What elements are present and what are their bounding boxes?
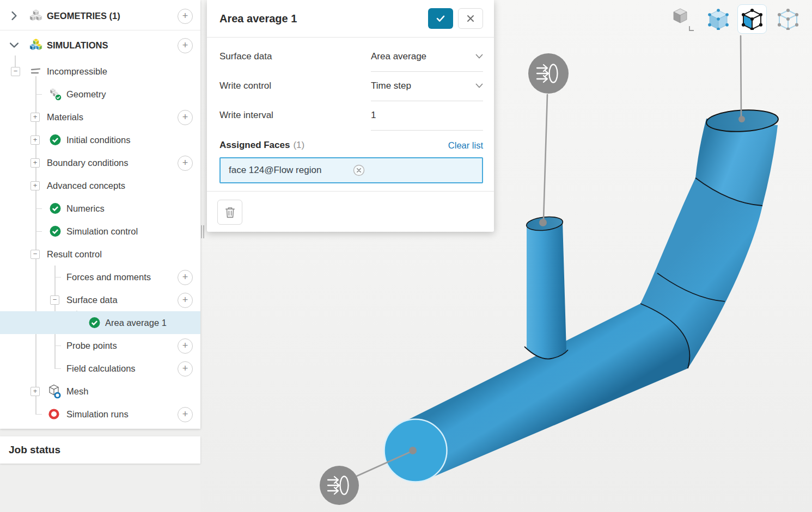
expand-icon[interactable]: +	[30, 181, 40, 190]
assigned-faces-title: Assigned Faces	[219, 140, 290, 151]
sidebar-item-label: SIMULATIONS	[47, 40, 108, 51]
cube-with-check-icon	[48, 87, 63, 102]
divider	[0, 30, 200, 30]
sidebar-item-mesh[interactable]: + Mesh	[0, 380, 200, 403]
job-status-panel[interactable]: Job status	[0, 436, 200, 464]
sidebar-item-label: Simulation runs	[66, 409, 129, 420]
add-simulation-button[interactable]: +	[178, 38, 193, 53]
sidebar-item-label: Result control	[47, 249, 102, 260]
assigned-faces-header: Assigned Faces (1) Clear list	[219, 135, 483, 155]
check-badge-icon	[50, 226, 61, 237]
circle-x-icon	[352, 164, 365, 177]
field-label: Write interval	[219, 110, 273, 121]
sidebar-item-geometry[interactable]: Geometry	[0, 83, 200, 106]
sidebar-item-incompressible[interactable]: − Incompressible	[0, 60, 200, 83]
chevron-down-icon[interactable]	[10, 42, 19, 48]
add-field-calculation-button[interactable]: +	[178, 361, 193, 377]
sidebar-item-forces-and-moments[interactable]: Forces and moments +	[0, 266, 200, 288]
check-badge-icon	[89, 317, 100, 329]
branch-cylinder[interactable]	[527, 220, 566, 359]
sidebar-item-simulations[interactable]: SIMULATIONS +	[0, 34, 200, 57]
sidebar-item-label: Simulation control	[66, 226, 138, 237]
solid-cube-icon	[673, 7, 694, 32]
select-value: Time step	[371, 81, 411, 91]
sidebar-item-boundary-conditions[interactable]: + Boundary conditions +	[0, 151, 200, 174]
sidebar-item-simulation-runs[interactable]: Simulation runs +	[0, 403, 200, 425]
sidebar-item-advanced-concepts[interactable]: + Advanced concepts	[0, 174, 200, 197]
write-interval-input[interactable]: 1	[371, 101, 483, 131]
sidebar-item-label: Probe points	[66, 341, 117, 351]
add-surface-data-button[interactable]: +	[178, 293, 193, 308]
simulation-tree-panel: GEOMETRIES (1) + SIMULATIONS + − Incompr…	[0, 0, 200, 429]
checkmark-icon	[435, 13, 446, 24]
select-face-button[interactable]	[737, 4, 767, 34]
sidebar-item-label: Numerics	[66, 203, 105, 214]
close-icon	[466, 14, 475, 23]
sidebar-item-simulation-control[interactable]: Simulation control	[0, 220, 200, 243]
add-probe-point-button[interactable]: +	[178, 338, 193, 354]
sidebar-item-numerics[interactable]: Numerics	[0, 197, 200, 220]
input-value: 1	[371, 110, 376, 121]
flow-marker-inlet[interactable]	[320, 466, 359, 505]
remove-face-button[interactable]	[352, 164, 476, 177]
add-material-button[interactable]: +	[178, 110, 193, 125]
sidebar-item-label: Area average 1	[105, 318, 167, 328]
expand-icon[interactable]: +	[30, 135, 40, 145]
sidebar-item-result-control[interactable]: − Result control	[0, 243, 200, 266]
expand-icon[interactable]: +	[30, 113, 40, 122]
dialog-title: Area average 1	[219, 13, 428, 25]
expand-icon[interactable]: +	[30, 387, 40, 396]
flow-marker-branch[interactable]	[528, 53, 569, 94]
cancel-button[interactable]	[458, 8, 483, 29]
sidebar-item-surface-data[interactable]: − Surface data +	[0, 288, 200, 311]
write-interval-row: Write interval 1	[219, 101, 483, 130]
collapse-icon[interactable]: −	[50, 295, 59, 305]
dialog-footer	[207, 191, 494, 232]
chevron-right-icon[interactable]	[11, 11, 17, 20]
expand-icon[interactable]: +	[30, 158, 40, 168]
sidebar-item-materials[interactable]: + Materials +	[0, 106, 200, 128]
surface-data-select[interactable]: Area average	[371, 42, 483, 72]
sidebar-item-area-average-1[interactable]: Area average 1	[0, 311, 200, 334]
collapse-icon[interactable]: −	[30, 250, 40, 259]
check-badge-icon	[50, 203, 61, 214]
surface-data-row: Surface data Area average	[219, 42, 483, 71]
add-boundary-condition-button[interactable]: +	[178, 156, 193, 171]
sidebar-item-label: Geometry	[66, 89, 106, 100]
vertex-cube-icon	[778, 8, 798, 30]
dialog-body: Surface data Area average Write control …	[207, 38, 494, 191]
incompressible-icon	[30, 67, 43, 76]
sidebar-item-initial-conditions[interactable]: + Initial conditions	[0, 128, 200, 151]
view-solid-cube-button[interactable]	[669, 4, 698, 34]
confirm-button[interactable]	[428, 8, 453, 29]
collapse-icon[interactable]: −	[11, 67, 20, 76]
panel-resize-handle[interactable]	[200, 225, 205, 239]
add-geometry-button[interactable]: +	[178, 9, 193, 24]
check-badge-icon	[50, 134, 61, 146]
chevron-down-icon	[475, 83, 483, 88]
sidebar-item-label: Incompressible	[47, 66, 107, 77]
add-forces-button[interactable]: +	[178, 270, 193, 285]
clear-list-link[interactable]: Clear list	[448, 140, 483, 151]
delete-button[interactable]	[217, 200, 242, 225]
fit-corner-icon	[689, 26, 694, 30]
geometries-cubes-icon	[28, 8, 44, 23]
sidebar-item-geometries[interactable]: GEOMETRIES (1) +	[0, 4, 200, 27]
assigned-face-chip[interactable]: face 124@Flow region	[219, 157, 483, 183]
add-simulation-run-button[interactable]: +	[178, 407, 193, 422]
simulations-cubes-icon	[28, 38, 44, 53]
sidebar-item-label: Initial conditions	[66, 135, 130, 145]
sidebar-item-field-calculations[interactable]: Field calculations +	[0, 357, 200, 380]
sidebar-item-probe-points[interactable]: Probe points +	[0, 334, 200, 357]
sidebar-item-label: GEOMETRIES (1)	[47, 11, 120, 21]
write-control-select[interactable]: Time step	[371, 71, 483, 101]
chevron-down-icon	[475, 54, 483, 59]
simulation-runs-icon	[48, 408, 60, 420]
select-vertex-button[interactable]	[773, 4, 803, 34]
sidebar-item-label: Field calculations	[66, 363, 136, 374]
sidebar-item-label: Surface data	[66, 295, 118, 305]
select-volume-button[interactable]	[704, 4, 733, 34]
write-control-row: Write control Time step	[219, 71, 483, 101]
sidebar-item-label: Boundary conditions	[47, 158, 129, 168]
volume-cube-icon	[708, 8, 729, 30]
